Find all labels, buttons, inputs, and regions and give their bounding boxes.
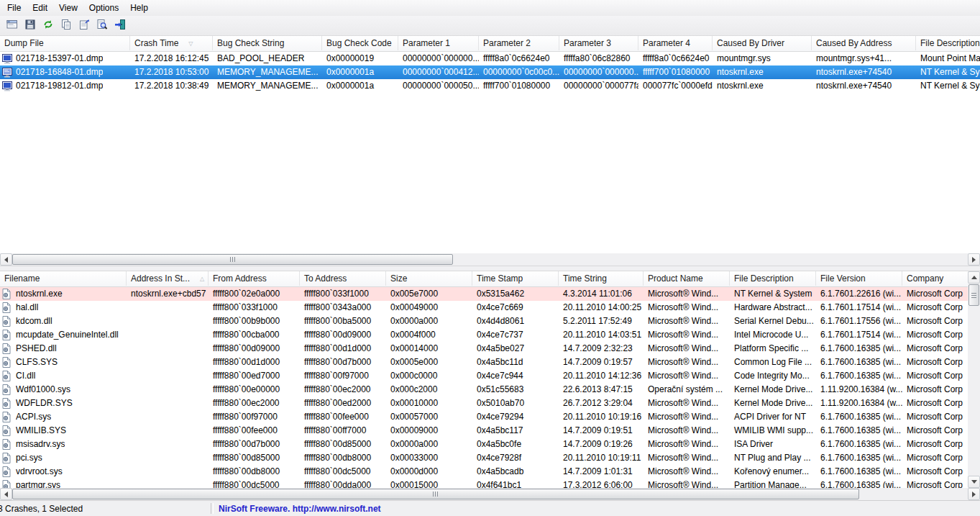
column-header-product-name[interactable]: Product Name xyxy=(644,271,730,286)
column-header-parameter-3[interactable]: Parameter 3 xyxy=(559,36,638,50)
column-header-parameter-2[interactable]: Parameter 2 xyxy=(479,36,559,50)
column-header-dump-file[interactable]: Dump File xyxy=(0,36,130,50)
column-header-parameter-1[interactable]: Parameter 1 xyxy=(398,36,479,50)
cell-file-version: 6.1.7601.22616 (wi... xyxy=(816,287,902,301)
table-row[interactable]: ntoskrnl.exentoskrnl.exe+cbd57fffff800`0… xyxy=(0,287,968,301)
table-row[interactable]: mcupdate_GenuineIntel.dllfffff880`00cba0… xyxy=(0,328,968,342)
bottom-pane-hscrollbar[interactable] xyxy=(0,488,980,500)
column-header-file-description[interactable]: File Description xyxy=(916,36,980,50)
column-header-caused-by-driver[interactable]: Caused By Driver xyxy=(713,36,812,50)
driver-file-icon xyxy=(2,316,14,327)
cell-from-address: fffff880`00ed7000 xyxy=(209,369,300,383)
table-row[interactable]: CLFS.SYSfffff880`00d1d000fffff880`00d7b0… xyxy=(0,356,968,369)
scroll-down-button[interactable] xyxy=(968,476,980,488)
crash-count-status: 3 Crashes, 1 Selected xyxy=(0,504,83,514)
table-row[interactable]: Wdf01000.sysfffff880`00e00000fffff880`00… xyxy=(0,383,968,397)
column-header-file-version[interactable]: File Version xyxy=(816,271,902,286)
branding-link[interactable]: NirSoft Freeware. http://www.nirsoft.net xyxy=(219,504,381,514)
cell-bug-check-string: MEMORY_MANAGEME... xyxy=(213,79,322,93)
cell-text: Microsoft Corp xyxy=(907,384,963,394)
cell-time-string: 22.6.2013 8:47:15 xyxy=(559,383,644,397)
table-row[interactable]: ACPI.sysfffff880`00f97000fffff880`00fee0… xyxy=(0,410,968,424)
cell-bug-check-code: 0x00000019 xyxy=(322,52,398,65)
column-header-bug-check-string[interactable]: Bug Check String xyxy=(213,36,322,50)
column-header-address-in-stack[interactable]: Address In St...△ xyxy=(127,271,209,286)
cell-text: Microsoft Corp xyxy=(907,357,963,367)
menu-file[interactable]: File xyxy=(1,1,27,15)
cell-product-name: Microsoft® Wind... xyxy=(644,438,730,451)
cell-text: fffff880`00dc5000 xyxy=(304,466,371,476)
table-row[interactable]: CI.dllfffff880`00ed7000fffff880`00f97000… xyxy=(0,369,968,383)
menu-edit[interactable]: Edit xyxy=(27,1,53,15)
table-row[interactable]: 021718-15397-01.dmp17.2.2018 16:12:45BAD… xyxy=(0,52,980,65)
table-row[interactable]: hal.dllfffff800`033f1000fffff800`0343a00… xyxy=(0,301,968,314)
menu-view[interactable]: View xyxy=(53,1,83,15)
cell-text: partmgr.sys xyxy=(16,479,60,488)
table-row[interactable]: partmgr.sysfffff880`00dc5000fffff880`00d… xyxy=(0,479,968,488)
cell-file-description: Mount Point Ma xyxy=(916,52,980,65)
cell-text: fffff880`00ec2000 xyxy=(213,398,280,408)
scrollbar-thumb[interactable] xyxy=(12,254,453,265)
cell-time-stamp: 0x5010ab70 xyxy=(472,397,559,410)
column-header-crash-time[interactable]: Crash Time▽ xyxy=(130,36,213,50)
driver-file-icon xyxy=(2,330,14,340)
table-row[interactable]: pci.sysfffff880`00d85000fffff880`00db800… xyxy=(0,451,968,465)
menu-options[interactable]: Options xyxy=(83,1,124,15)
cell-filename: mcupdate_GenuineIntel.dll xyxy=(0,328,127,342)
cell-file-description: Kořenový enumer... xyxy=(730,465,816,479)
copy-button[interactable] xyxy=(57,17,75,35)
cell-address-in-stack xyxy=(127,383,209,397)
cell-file-version: 6.1.7600.16385 (wi... xyxy=(816,424,902,438)
bottom-pane-vscrollbar[interactable] xyxy=(968,271,980,488)
cell-product-name: Microsoft® Wind... xyxy=(644,342,730,356)
top-pane-hscrollbar[interactable] xyxy=(0,253,980,266)
cell-text: fffff880`00ed2000 xyxy=(304,398,371,408)
cell-text: Partition Manage... xyxy=(734,480,807,488)
table-row[interactable]: kdcom.dllfffff800`00b9b000fffff800`00ba5… xyxy=(0,314,968,328)
column-header-file-description[interactable]: File Description xyxy=(730,271,816,286)
advanced-options-button[interactable] xyxy=(3,17,21,35)
cell-text: ntoskrnl.exe+cbd57 xyxy=(131,289,206,299)
scrollbar-thumb[interactable] xyxy=(12,489,859,499)
cell-text: 6.1.7600.16385 (wi... xyxy=(820,466,901,476)
table-row[interactable]: WMILIB.SYSfffff880`00fee000fffff880`00ff… xyxy=(0,424,968,438)
column-header-to-address[interactable]: To Address xyxy=(300,271,386,286)
table-row[interactable]: msisadrv.sysfffff880`00d7b000fffff880`00… xyxy=(0,438,968,451)
table-row[interactable]: vdrvroot.sysfffff880`00db8000fffff880`00… xyxy=(0,465,968,479)
cell-text: 021718-16848-01.dmp xyxy=(16,65,103,79)
save-button[interactable] xyxy=(21,17,39,35)
column-header-parameter-4[interactable]: Parameter 4 xyxy=(638,36,713,50)
pane-splitter[interactable] xyxy=(0,266,980,271)
column-header-caused-by-address[interactable]: Caused By Address xyxy=(812,36,916,50)
find-button[interactable] xyxy=(93,17,111,35)
cell-file-version: 6.1.7601.17514 (wi... xyxy=(816,301,902,314)
table-row[interactable]: 021718-19812-01.dmp17.2.2018 10:38:49MEM… xyxy=(0,79,980,93)
cell-time-stamp: 0x4ce7c737 xyxy=(472,328,559,342)
column-header-from-address[interactable]: From Address xyxy=(209,271,300,286)
column-header-size[interactable]: Size xyxy=(386,271,472,286)
table-row[interactable]: 021718-16848-01.dmp17.2.2018 10:53:00MEM… xyxy=(0,65,980,79)
column-header-time-stamp[interactable]: Time Stamp xyxy=(472,271,559,286)
scrollbar-thumb[interactable] xyxy=(968,284,979,306)
column-header-filename[interactable]: Filename xyxy=(0,271,127,286)
scroll-right-button[interactable] xyxy=(968,253,980,266)
cell-text: 0x0004f000 xyxy=(390,330,436,340)
refresh-button[interactable] xyxy=(39,17,57,35)
cell-bug-check-string: MEMORY_MANAGEME... xyxy=(213,65,322,79)
exit-button[interactable] xyxy=(111,17,129,35)
cell-file-version: 6.1.7600.16385 (wi... xyxy=(816,451,902,465)
column-header-bug-check-code[interactable]: Bug Check Code xyxy=(322,36,398,50)
cell-text: fffff880`00dda000 xyxy=(304,480,371,488)
cell-text: Microsoft Corp xyxy=(907,316,963,326)
cell-text: Kernel Mode Drive... xyxy=(734,398,812,408)
cell-file-description: Platform Specific ... xyxy=(730,342,816,356)
scroll-right-button[interactable] xyxy=(968,488,980,500)
scroll-up-button[interactable] xyxy=(968,271,980,284)
scroll-left-button[interactable] xyxy=(0,253,12,266)
menu-help[interactable]: Help xyxy=(124,1,154,15)
table-row[interactable]: PSHED.dllfffff880`00d09000fffff880`00d1d… xyxy=(0,342,968,356)
properties-button[interactable] xyxy=(75,17,93,35)
table-row[interactable]: WDFLDR.SYSfffff880`00ec2000fffff880`00ed… xyxy=(0,397,968,410)
column-header-time-string[interactable]: Time String xyxy=(559,271,644,286)
scroll-left-button[interactable] xyxy=(0,488,12,500)
